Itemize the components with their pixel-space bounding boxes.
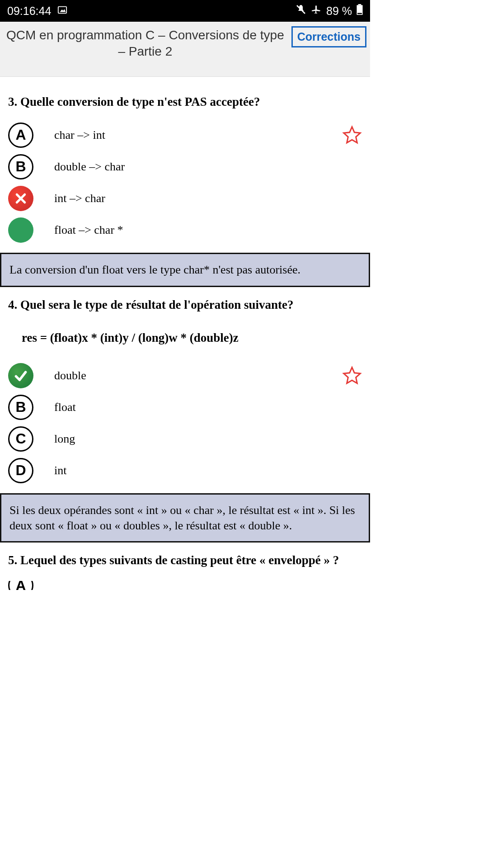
question-code: res = (float)x * (int)y / (long)w * (dou… <box>22 331 362 345</box>
choice-bubble-a[interactable]: A <box>8 581 33 590</box>
choice-text: int <box>54 464 66 477</box>
battery-pct: 89 % <box>326 5 352 18</box>
choice-row[interactable]: float –> char * <box>8 217 362 243</box>
choice-bubble-a[interactable]: A <box>8 123 33 148</box>
corrections-button[interactable]: Corrections <box>291 26 366 47</box>
favorite-button[interactable] <box>342 366 362 386</box>
choice-letter: B <box>15 399 26 415</box>
choice-row[interactable]: A char –> int <box>8 123 362 148</box>
choice-text: float –> char * <box>54 223 123 237</box>
choice-text: char –> int <box>54 128 105 142</box>
choice-row[interactable]: B double –> char <box>8 154 362 179</box>
content: 3. Quelle conversion de type n'est PAS a… <box>0 77 370 590</box>
choice-row[interactable]: D int <box>8 458 362 483</box>
choice-bubble-b[interactable]: B <box>8 395 33 420</box>
svg-marker-9 <box>344 367 361 383</box>
status-left: 09:16:44 <box>7 5 67 18</box>
mute-icon <box>296 4 306 18</box>
choice-bubble-b[interactable]: B <box>8 154 33 179</box>
question-number: 5. <box>8 553 17 567</box>
choice-bubble-d[interactable]: D <box>8 458 33 483</box>
choice-row[interactable]: double <box>8 363 362 388</box>
choice-letter: B <box>15 158 26 175</box>
battery-icon <box>357 4 363 18</box>
question-prompt: 3. Quelle conversion de type n'est PAS a… <box>8 94 362 110</box>
question-text: Quel sera le type de résultat de l'opéra… <box>20 298 293 311</box>
question-text: Quelle conversion de type n'est PAS acce… <box>20 95 260 108</box>
question-number: 3. <box>8 95 17 108</box>
svg-marker-1 <box>60 9 66 12</box>
page-header: QCM en programmation C – Conversions de … <box>0 22 370 77</box>
wrong-icon[interactable] <box>8 186 33 211</box>
svg-rect-4 <box>358 4 361 5</box>
question-prompt: 5. Lequel des types suivants de casting … <box>8 552 362 568</box>
choice-list: double B float C long D int <box>8 363 362 483</box>
correct-check-icon[interactable] <box>8 363 33 388</box>
explanation-box: Si les deux opérandes sont « int » ou « … <box>0 493 370 543</box>
status-bar: 09:16:44 89 % <box>0 0 370 22</box>
choice-text: double <box>54 369 86 382</box>
svg-rect-5 <box>357 13 362 14</box>
status-right: 89 % <box>296 4 363 18</box>
choice-text: long <box>54 432 75 446</box>
choice-letter: A <box>15 581 26 590</box>
choice-row[interactable]: C long <box>8 426 362 452</box>
page-title: QCM en programmation C – Conversions de … <box>4 26 287 60</box>
choice-letter: C <box>15 430 26 447</box>
choice-text: double –> char <box>54 160 125 174</box>
choice-letter: D <box>15 462 26 479</box>
choice-bubble-c[interactable]: C <box>8 426 33 452</box>
question-text: Lequel des types suivants de casting peu… <box>20 553 339 567</box>
svg-marker-6 <box>344 127 361 143</box>
picture-icon <box>57 5 67 18</box>
choice-text: int –> char <box>54 192 105 205</box>
choice-row[interactable]: int –> char <box>8 186 362 211</box>
choice-text: float <box>54 401 76 414</box>
correct-icon[interactable] <box>8 217 33 243</box>
explanation-box: La conversion d'un float vers le type ch… <box>0 253 370 287</box>
question-prompt: 4. Quel sera le type de résultat de l'op… <box>8 297 362 313</box>
choice-list: A <box>8 581 362 590</box>
choice-row[interactable]: A <box>8 581 362 590</box>
choice-list: A char –> int B double –> char int –> ch… <box>8 123 362 243</box>
airplane-icon <box>311 4 322 18</box>
status-time: 09:16:44 <box>7 5 51 18</box>
favorite-button[interactable] <box>342 125 362 145</box>
choice-letter: A <box>15 127 26 143</box>
question-number: 4. <box>8 298 17 311</box>
choice-row[interactable]: B float <box>8 395 362 420</box>
